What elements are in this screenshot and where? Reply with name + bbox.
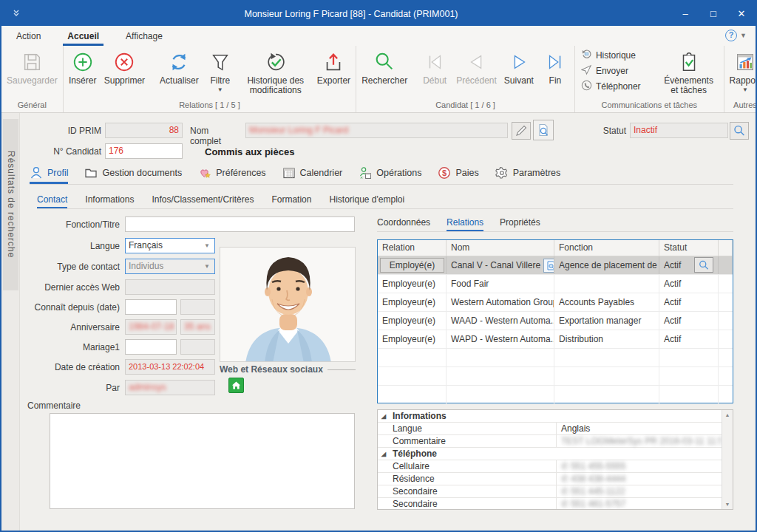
- table-row[interactable]: Employeur(e) Food Fair Actif: [378, 275, 733, 293]
- subtab-informations[interactable]: Informations: [85, 194, 134, 208]
- column-header-statut[interactable]: Statut: [659, 240, 719, 256]
- preview-name-button[interactable]: [533, 120, 554, 140]
- tab-operations[interactable]: Opérations: [359, 166, 421, 184]
- prop-row-secondaire-2[interactable]: Secondaire ✆ 551 461-5757: [378, 498, 722, 510]
- clipboard-check-icon: [677, 50, 701, 74]
- filter-button[interactable]: Filtre ▼: [203, 47, 238, 94]
- report-icon: [733, 50, 757, 74]
- prop-row-langue[interactable]: Langue Anglais: [378, 423, 722, 435]
- first-record-button[interactable]: Début: [417, 47, 452, 86]
- close-button[interactable]: ✕: [727, 1, 756, 26]
- open-relation-icon[interactable]: [543, 259, 554, 273]
- website-home-button[interactable]: [228, 378, 244, 393]
- id-prim-field[interactable]: 88: [105, 123, 183, 138]
- fonction-titre-field[interactable]: [125, 216, 355, 232]
- mariage-date-field[interactable]: [125, 339, 177, 355]
- edit-name-button[interactable]: [512, 122, 531, 140]
- subtab-historique-emploi[interactable]: Historique d'emploi: [329, 194, 404, 208]
- search-icon: [373, 50, 396, 74]
- tab-proprietes[interactable]: Propriétés: [500, 217, 540, 231]
- anniversaire-field[interactable]: 1984-07-18: [125, 319, 177, 335]
- report-button[interactable]: Rapport ▼: [726, 47, 757, 94]
- change-history-button[interactable]: Historique des modifications: [238, 47, 313, 96]
- last-record-button[interactable]: Fin: [537, 47, 573, 86]
- connait-depuis-duree-field[interactable]: [180, 299, 215, 315]
- connait-depuis-date-field[interactable]: [125, 299, 177, 315]
- last-record-icon: [543, 50, 567, 74]
- ribbon-group-communications: Historique Envoyer Téléphoner: [575, 46, 724, 112]
- statut-lookup-icon[interactable]: [694, 257, 713, 273]
- group-telephone[interactable]: ◢ Téléphone: [378, 448, 722, 460]
- previous-record-button[interactable]: Précédent: [452, 47, 500, 86]
- dernier-acces-field[interactable]: [125, 279, 215, 295]
- table-row-empty[interactable]: [378, 349, 733, 367]
- column-header-fonction[interactable]: Fonction: [554, 240, 659, 256]
- help-button[interactable]: ? ▼: [725, 30, 747, 41]
- search-results-tab[interactable]: Résultats de recherche: [3, 119, 18, 290]
- no-candidat-field[interactable]: 176: [105, 143, 183, 159]
- column-header-nom[interactable]: Nom: [447, 240, 554, 256]
- ribbon-group-relations: Insérer Supprimer Actualiser: [64, 46, 356, 112]
- events-tasks-button[interactable]: Évènements et tâches: [656, 47, 722, 96]
- commentaire-textarea[interactable]: [50, 413, 355, 509]
- menu-accueil[interactable]: Accueil: [66, 27, 101, 44]
- group-informations[interactable]: ◢ Informations: [378, 410, 722, 423]
- table-row-empty[interactable]: [378, 386, 733, 404]
- save-button[interactable]: Sauvegarder: [3, 47, 61, 86]
- subtab-infos-classement-criteres[interactable]: Infos/Classement/Critères: [152, 194, 254, 208]
- scroll-down-icon[interactable]: ▼: [725, 499, 730, 509]
- table-row[interactable]: Employeur(e) WAAD - Western Automa... Ex…: [378, 312, 733, 330]
- nom-complet-field[interactable]: Monsieur Loring F Picard: [245, 123, 508, 138]
- menu-affichage[interactable]: Affichage: [124, 27, 164, 44]
- tab-preferences[interactable]: Préférences: [198, 166, 265, 184]
- par-field[interactable]: adminsys: [125, 380, 215, 395]
- tab-paies[interactable]: $ Paies: [438, 166, 478, 184]
- svg-text:$: $: [442, 168, 447, 177]
- tab-calendrier[interactable]: Calendrier: [282, 166, 343, 184]
- table-row-selected[interactable]: Employé(e) Canal V - Canal Villere Agenc…: [378, 256, 733, 275]
- age-field[interactable]: 35 ans: [180, 319, 215, 335]
- next-record-button[interactable]: Suivant: [500, 47, 537, 86]
- maximize-button[interactable]: □: [699, 1, 727, 26]
- prop-row-residence[interactable]: Résidence ✆ 438 438-4444: [378, 473, 722, 485]
- ribbon-group-label-autres: Autres: [726, 99, 757, 112]
- tab-gestion-documents[interactable]: Gestion documents: [84, 166, 182, 184]
- phone-button[interactable]: Téléphoner: [581, 80, 641, 93]
- filter-icon: [208, 50, 232, 74]
- tab-profil[interactable]: Profil: [30, 166, 68, 184]
- prop-row-secondaire-1[interactable]: Secondaire ✆ 551 445-1122: [378, 485, 722, 498]
- delete-button[interactable]: Supprimer: [101, 47, 149, 86]
- ribbon-group-label-general: Général: [3, 99, 61, 112]
- statut-search-button[interactable]: [730, 122, 749, 140]
- send-button[interactable]: Envoyer: [581, 64, 641, 78]
- statut-field[interactable]: Inactif: [630, 123, 728, 138]
- refresh-button[interactable]: Actualiser: [156, 47, 203, 86]
- table-row-empty[interactable]: [378, 367, 733, 386]
- tab-coordonnees[interactable]: Coordonnées: [377, 217, 430, 231]
- date-creation-field[interactable]: 2013-03-13 22:02:04: [125, 359, 215, 375]
- menu-bar: Action Accueil Affichage ? ▼: [1, 26, 756, 46]
- chevron-down-icon: ▼: [217, 87, 223, 93]
- export-button[interactable]: Exporter: [313, 47, 354, 86]
- search-button[interactable]: Rechercher: [358, 47, 411, 86]
- table-row[interactable]: Employeur(e) WAPD - Western Automa... Di…: [378, 330, 733, 349]
- mariage-duree-field[interactable]: [180, 339, 215, 355]
- tab-parametres[interactable]: Paramètres: [495, 166, 561, 184]
- langue-combo[interactable]: Français ▼: [125, 238, 215, 253]
- menu-action[interactable]: Action: [15, 27, 42, 44]
- quick-access-toolbar-icon[interactable]: [1, 9, 31, 19]
- prop-row-commentaire[interactable]: Commentaire TEST LOGMeterSys PR 2016-03-…: [378, 435, 722, 448]
- subtab-formation[interactable]: Formation: [271, 194, 311, 208]
- scrollbar[interactable]: ▲ ▼: [722, 410, 733, 509]
- type-contact-combo[interactable]: Individus ▼: [125, 259, 215, 274]
- column-header-relation[interactable]: Relation: [378, 240, 447, 256]
- subtab-contact[interactable]: Contact: [37, 194, 67, 208]
- tab-relations[interactable]: Relations: [447, 217, 483, 231]
- scroll-up-icon[interactable]: ▲: [725, 410, 730, 420]
- table-row[interactable]: Employeur(e) Western Automation Group Ac…: [378, 293, 733, 312]
- history-button[interactable]: Historique: [581, 49, 641, 62]
- minimize-button[interactable]: –: [671, 1, 699, 26]
- content-area: Résultats de recherche ID PRIM 88 Nom co…: [1, 113, 756, 531]
- prop-row-cellulaire[interactable]: Cellulaire ✆ 551 455-5555: [378, 460, 722, 473]
- insert-button[interactable]: Insérer: [65, 47, 101, 86]
